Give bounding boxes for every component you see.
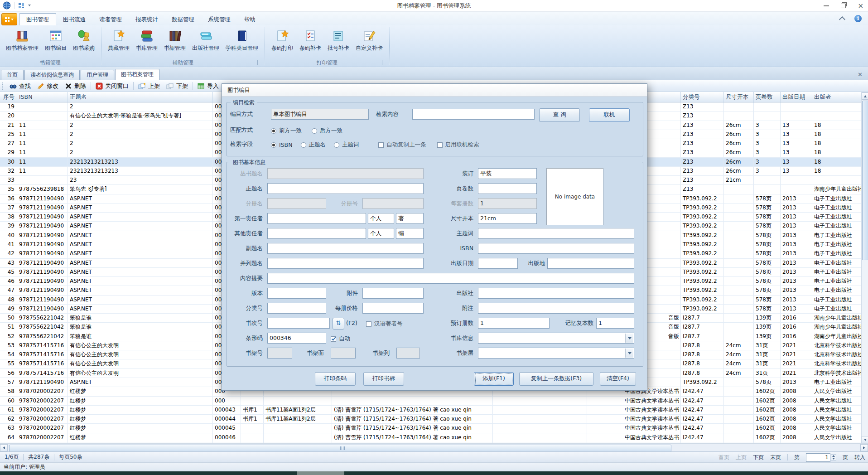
minimize-button[interactable] <box>824 5 829 6</box>
checkbox-chinese-author[interactable] <box>366 321 371 327</box>
prev-page-button[interactable]: 上页 <box>736 454 747 461</box>
stock-info-select[interactable] <box>478 333 634 344</box>
barcode-input[interactable]: 000346 <box>267 333 326 344</box>
header-cell[interactable]: 页卷数 <box>754 92 781 102</box>
memory-count-input[interactable]: 1 <box>596 318 634 329</box>
ribbon-item-subject-category[interactable]: 学科类目管理 <box>222 27 261 53</box>
first-author-type-select[interactable]: 个人 <box>368 213 394 224</box>
doc-tab-reader-borrow-query[interactable]: 读者借阅信息查询 <box>24 70 80 80</box>
checkbox-online-search[interactable] <box>437 142 443 148</box>
header-cell[interactable]: 正题名 <box>68 92 213 102</box>
radio-subject[interactable] <box>334 142 339 148</box>
radio-title[interactable] <box>301 142 306 148</box>
scroll-left-arrow[interactable] <box>0 444 8 451</box>
header-cell[interactable]: 出版者 <box>812 92 861 102</box>
note-input[interactable] <box>478 303 634 314</box>
subject-input[interactable] <box>478 228 634 239</box>
go-page-button[interactable]: 转入 <box>854 454 865 461</box>
import-button[interactable]: 导入 <box>194 81 222 91</box>
delete-button[interactable]: 删除 <box>62 81 89 91</box>
search-content-input[interactable] <box>412 109 535 120</box>
next-page-button[interactable]: 下页 <box>753 454 764 461</box>
vertical-scrollbar[interactable] <box>861 92 868 443</box>
subtitle-input[interactable] <box>267 243 424 254</box>
ribbon-tab-system[interactable]: 系统管理 <box>201 13 237 25</box>
pub-place-input[interactable] <box>547 258 634 269</box>
collapse-ribbon-icon[interactable] <box>839 16 845 22</box>
edit-button[interactable]: 修改 <box>34 81 62 91</box>
table-row[interactable]: 639787020002207红楼梦000045(清) 曹雪芹 (1715/17… <box>0 424 861 433</box>
horizontal-scrollbar[interactable] <box>0 443 868 451</box>
price-input[interactable] <box>362 303 424 314</box>
online-button[interactable]: 联机 <box>589 108 630 122</box>
dialog-launcher-icon[interactable] <box>94 60 99 65</box>
ribbon-item-book-purchase[interactable]: 图书采购 <box>70 27 98 53</box>
add-button[interactable]: 添加(F1) <box>474 372 514 386</box>
ribbon-item-stockroom[interactable]: 书库管理 <box>133 27 161 53</box>
edition-input[interactable] <box>267 288 326 299</box>
checkbox-auto[interactable] <box>331 336 336 342</box>
other-author-role-select[interactable]: 编 <box>396 228 424 239</box>
header-cell[interactable]: ISBN <box>17 92 68 102</box>
doc-tab-user-management[interactable]: 用户管理 <box>81 70 114 80</box>
header-cell[interactable]: 尺寸开本 <box>724 92 754 102</box>
first-author-role-select[interactable]: 著 <box>396 213 424 224</box>
shelf-layer-select[interactable] <box>478 348 634 359</box>
ribbon-item-book-archive[interactable]: 图书档案管理 <box>3 27 42 53</box>
binding-select[interactable]: 平装 <box>478 168 537 179</box>
publisher-input[interactable] <box>478 288 634 299</box>
pages-input[interactable] <box>478 183 537 194</box>
dropdown-button[interactable] <box>625 349 633 358</box>
ribbon-item-collection[interactable]: 典藏管理 <box>105 27 133 53</box>
doc-tab-book-archive[interactable]: 图书档案管理 <box>115 69 159 80</box>
radio-front-match[interactable] <box>271 128 276 134</box>
first-author-input[interactable] <box>267 213 366 224</box>
ribbon-tab-data[interactable]: 数据管理 <box>165 13 201 25</box>
other-author-input[interactable] <box>267 228 366 239</box>
ribbon-item-barcode-card[interactable]: 条码补卡 <box>296 27 324 53</box>
page-number-input[interactable]: 1 <box>806 453 830 462</box>
dialog-launcher-icon[interactable] <box>257 60 262 65</box>
pub-date-input[interactable] <box>478 258 518 269</box>
header-cell[interactable]: 分类号 <box>681 92 724 102</box>
print-label-button[interactable]: 打印书标 <box>363 372 404 386</box>
scrollbar-thumb[interactable] <box>862 101 868 260</box>
ribbon-item-batch-card[interactable]: 批号补卡 <box>324 27 352 53</box>
shelf-down-button[interactable]: 下架 <box>163 81 191 91</box>
scroll-up-arrow[interactable] <box>862 92 868 100</box>
ribbon-item-book-catalog[interactable]: 图书编目 <box>42 27 70 53</box>
header-cell[interactable]: 序号 <box>0 92 17 102</box>
ribbon-tab-books[interactable]: 图书管理 <box>19 13 56 25</box>
info-icon[interactable]: i <box>854 15 862 22</box>
query-button[interactable]: 查 询 <box>539 108 580 122</box>
scroll-down-arrow[interactable] <box>862 436 868 443</box>
clear-button[interactable]: 清空(F4) <box>600 372 636 386</box>
find-button[interactable]: 查找 <box>6 81 34 91</box>
header-cell[interactable]: 出版日期 <box>781 92 812 102</box>
close-window-button[interactable]: 关闭窗口 <box>92 81 132 91</box>
book-no-input[interactable] <box>267 318 330 329</box>
table-row[interactable]: 629787020002207红楼梦000044书库1书库11架A面1列2层(清… <box>0 415 861 424</box>
close-button[interactable]: × <box>858 3 863 10</box>
scrollbar-thumb[interactable] <box>9 445 671 452</box>
print-barcode-button[interactable]: 打印条码 <box>315 372 356 386</box>
doc-tab-home[interactable]: 首页 <box>1 70 24 80</box>
radio-isbn[interactable] <box>271 142 276 148</box>
catalog-mode-select[interactable]: 单本图书编目 <box>271 109 369 120</box>
ribbon-item-publisher[interactable]: 出版社管理 <box>189 27 222 53</box>
shelf-face-select[interactable] <box>331 348 356 359</box>
checkbox-autocopy[interactable] <box>378 142 384 148</box>
ribbon-tab-reports[interactable]: 报表统计 <box>129 13 165 25</box>
ribbon-item-barcode-print[interactable]: 条码打印 <box>268 27 296 53</box>
table-row[interactable]: 649787020002207红楼梦000046(清) 曹雪芹 (1715/17… <box>0 433 861 442</box>
ribbon-tab-help[interactable]: 帮助 <box>237 13 262 25</box>
size-select[interactable]: 21cm <box>478 213 537 224</box>
application-menu-button[interactable] <box>1 13 17 25</box>
shelf-up-button[interactable]: 上架 <box>135 81 163 91</box>
main-title-input[interactable] <box>267 183 424 194</box>
copy-last-button[interactable]: 复制上一条数据(F3) <box>519 372 593 386</box>
class-no-input[interactable] <box>267 303 326 314</box>
ribbon-tab-readers[interactable]: 读者管理 <box>92 13 129 25</box>
radio-back-match[interactable] <box>312 128 317 134</box>
dialog-close-icon[interactable]: ✕ <box>227 87 641 94</box>
